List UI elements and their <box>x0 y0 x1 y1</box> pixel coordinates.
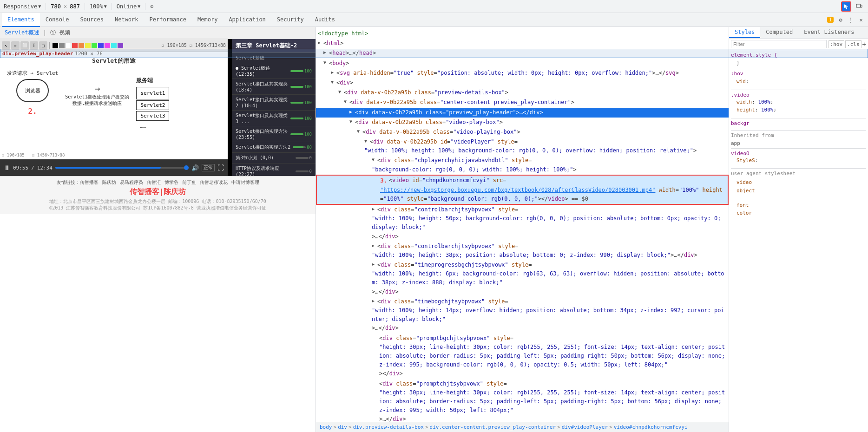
style-rule-header-backgr: backgr <box>731 120 866 126</box>
color-orange[interactable] <box>79 43 84 48</box>
tree-preview-details[interactable]: ▼ <div data-v-0b22a95b class="preview-de… <box>316 88 729 98</box>
settings-icon[interactable]: ⚙ <box>835 15 846 25</box>
color-violet[interactable] <box>118 43 123 48</box>
chevron-down-icon-zoom: ▼ <box>104 4 107 9</box>
close-devtools-icon[interactable]: ✕ <box>856 15 866 25</box>
color-cyan[interactable] <box>111 43 117 48</box>
plus-button[interactable]: + <box>862 40 866 48</box>
network-throttle[interactable]: Online ▼ <box>117 3 140 10</box>
footer-link-3[interactable]: 传智汇 <box>147 179 161 186</box>
tree-doctype[interactable]: <!doctype html> <box>316 29 729 39</box>
select-tool[interactable]: ↖ <box>2 41 10 50</box>
color-yellow[interactable] <box>85 43 91 48</box>
cs-item-5[interactable]: Servlet接口的实现方法2 80 <box>232 142 316 153</box>
tree-video-playing-box[interactable]: ▼ <div data-v-0b22a95b class="video-play… <box>316 127 729 137</box>
volume-icon[interactable]: 🔊 <box>191 164 199 171</box>
servlet1-box: servlet1 <box>136 87 169 99</box>
cs-item-2[interactable]: Servlet接口及其实现类2 (10:4) 100 <box>232 95 316 111</box>
tab-network[interactable]: Network <box>109 13 144 27</box>
progress-bar[interactable] <box>55 167 189 169</box>
tree-body[interactable]: ▼ <body> <box>316 59 729 68</box>
color-white[interactable] <box>66 43 71 48</box>
fullscreen-button[interactable]: ⛶ <box>217 164 224 171</box>
footer-link-2[interactable]: 易马程序员 <box>120 179 143 186</box>
style-prop-styles: StyleS: <box>731 157 866 165</box>
tab-performance[interactable]: Performance <box>144 13 192 27</box>
progress-thumb[interactable] <box>184 165 189 170</box>
bc-preview-details[interactable]: div.preview-details-box <box>353 424 424 430</box>
device-toggle-button[interactable] <box>854 1 864 12</box>
cs-item-7[interactable]: HTTP协议及请求响应 (22:27) 0 <box>232 164 316 176</box>
tab-console[interactable]: Console <box>40 13 75 27</box>
tree-videoplayer[interactable]: ▼ <div data-v-0b22a95b id="videoPlayer" … <box>316 137 729 156</box>
color-blue[interactable] <box>98 43 104 48</box>
tree-video-element[interactable]: 3. <video id="chnpdkohorncmfcvyi" src="h… <box>316 175 729 205</box>
chevron-down-icon[interactable]: ▼ <box>38 4 41 9</box>
tree-svg[interactable]: ▶ <svg aria-hidden="true" style="positio… <box>316 68 729 78</box>
color-red[interactable] <box>72 43 78 48</box>
footer-link-4[interactable]: 博学谷 <box>164 179 178 186</box>
play-pause-button[interactable]: ⏸ <box>4 164 10 171</box>
styles-filter-input[interactable] <box>731 40 827 48</box>
style-rule-header-hov: :hov <box>731 71 866 78</box>
text-tool[interactable]: T <box>30 41 38 50</box>
cs-item-4[interactable]: Servlet接口的实现方法 (23:55) 100 <box>232 126 316 142</box>
tree-promptbg[interactable]: <div class="promptbgchjtsybpvowx" style=… <box>316 334 729 379</box>
devtools-tab-bar: Elements Console Sources Network Perform… <box>0 13 868 27</box>
tree-chplayer[interactable]: ▼ <div class="chplayerchyhicjavwbavhdbtl… <box>316 156 729 174</box>
bc-body[interactable]: body <box>320 424 332 430</box>
tree-controlbar1[interactable]: ▶ <div class="controlbarchjtsybpvowx" st… <box>316 205 729 242</box>
cs-item-1[interactable]: Servlet接口及其实现类 (18:4) 100 <box>232 79 316 95</box>
tab-application[interactable]: Application <box>223 13 271 27</box>
styles-tab-computed[interactable]: Computed <box>760 27 798 38</box>
quality-selector[interactable]: 正常 <box>202 164 215 171</box>
zoom-selector[interactable]: 100% ▼ <box>90 3 107 10</box>
footer-link-1[interactable]: 陈庆坊 <box>102 179 116 186</box>
style-rule-video: .video width: 100%; height: 100%; <box>731 92 866 114</box>
cs-pct-2: 100 <box>304 100 312 105</box>
cls-button[interactable]: .cls <box>845 40 861 48</box>
bc-video[interactable]: video#chnpdkohorncmfcvyi <box>614 424 688 430</box>
bc-div[interactable]: div <box>338 424 347 430</box>
tree-timebog[interactable]: ▶ <div class="timebogchjtsybpvowx" style… <box>316 297 729 334</box>
tab-elements[interactable]: Elements <box>2 13 40 27</box>
tab-security[interactable]: Security <box>271 13 309 27</box>
shape-tool[interactable]: □ <box>39 41 47 50</box>
footer-link-5[interactable]: 前丁鱼 <box>182 179 196 186</box>
cs-item-6[interactable]: 第3节小测 (0,0) 0 <box>232 153 316 164</box>
tree-video-play-box[interactable]: ▼ <div data-v-0b22a95b class="video-play… <box>316 118 729 127</box>
tree-timeprogress[interactable]: ▶ <div class="timeprogressbgchjtsybpvowx… <box>316 260 729 297</box>
styles-tab-event-listeners[interactable]: Event Listeners <box>798 27 860 38</box>
tree-preview-play-header[interactable]: ▶ <div data-v-0b22a95b class="preview_pl… <box>316 108 729 118</box>
tree-center-content[interactable]: ▼ <div data-v-0b22a95b class="center-con… <box>316 98 729 107</box>
tree-div[interactable]: ▼ <div> <box>316 78 729 88</box>
tree-html[interactable]: ▶ <html> <box>316 39 729 48</box>
device-mode-selector[interactable]: Responsive ▼ <box>4 3 41 10</box>
cs-item-0[interactable]: ● Servlet概述 (12:35) 100 <box>232 63 316 79</box>
breadcrumb-bar: body > div > div.preview-details-box > d… <box>316 422 729 432</box>
bc-videoplayer[interactable]: div#videoPlayer <box>562 424 608 430</box>
tab-memory[interactable]: Memory <box>192 13 223 27</box>
footer-link-6[interactable]: 传智老移读花 <box>200 179 228 186</box>
color-black[interactable] <box>53 43 58 48</box>
styles-tab-styles[interactable]: Styles <box>729 27 760 38</box>
html-tree[interactable]: <!doctype html> ▶ <html> ▶ <head>…</head… <box>316 27 729 422</box>
cs-item-3[interactable]: Servlet接口及其实现类3 ... 100 <box>232 111 316 126</box>
tab-sources[interactable]: Sources <box>74 13 109 27</box>
color-purple[interactable] <box>105 43 110 48</box>
footer-link-0[interactable]: 友情链接：传智播客 <box>57 179 99 186</box>
color-gray[interactable] <box>59 43 65 48</box>
tab-audits[interactable]: Audits <box>309 13 341 27</box>
hov-button[interactable]: :hov <box>829 40 845 48</box>
tree-controlbar2[interactable]: ▶ <div class="controlbarchjtsybpvowx" st… <box>316 242 729 260</box>
bc-center-content[interactable]: div.center-content.preview_play-containe… <box>430 424 556 430</box>
color-green[interactable] <box>92 43 97 48</box>
tree-prompt[interactable]: <div class="promptchjtsybpvowx" style="h… <box>316 379 729 422</box>
more-options-icon[interactable]: ⋮ <box>846 15 856 25</box>
eraser-tool[interactable]: ⬜ <box>20 41 29 50</box>
styles-divider-5 <box>731 168 866 169</box>
style-selector-video: .video <box>731 92 750 98</box>
pen-tool[interactable]: ✏ <box>11 41 20 50</box>
inspect-element-button[interactable] <box>841 1 851 12</box>
footer-link-7[interactable]: 申请封博客理 <box>231 179 259 186</box>
